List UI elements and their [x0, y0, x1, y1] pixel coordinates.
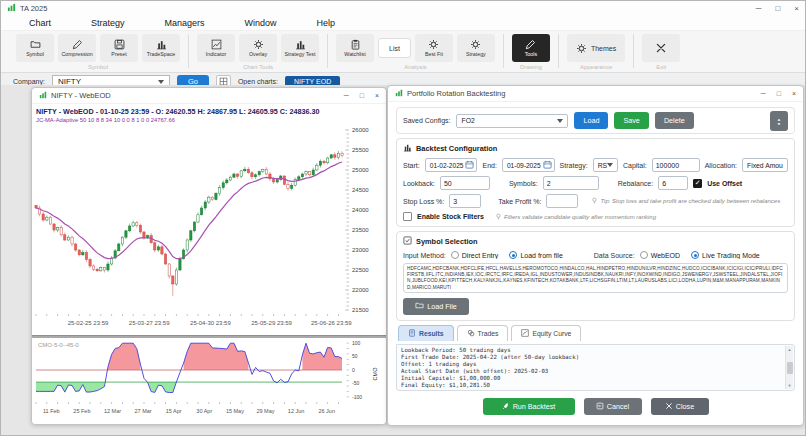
- toolbar-group-symbol: SymbolCompressionPresetTradeSpaceSymbol: [11, 34, 185, 70]
- lightbulb-icon: [591, 197, 598, 205]
- dialog-minimize-button[interactable]: ─: [761, 90, 766, 97]
- app-maximize-button[interactable]: □: [775, 4, 780, 13]
- tab-trades[interactable]: Trades: [457, 325, 509, 341]
- toolbar-button-symbol[interactable]: Symbol: [16, 34, 54, 62]
- end-label: End:: [482, 162, 496, 169]
- enable-stock-filters-checkbox[interactable]: [403, 212, 412, 221]
- svg-text:0: 0: [352, 367, 355, 373]
- toolbar-button-tradespace[interactable]: TradeSpace: [142, 34, 180, 62]
- tab-results[interactable]: Results: [398, 325, 454, 341]
- use-offset-checkbox[interactable]: [693, 179, 702, 188]
- rebalance-input[interactable]: [658, 176, 688, 190]
- toolbar-button-indicator[interactable]: Indicator: [197, 34, 235, 62]
- toolbar-button-compression[interactable]: Compression: [58, 34, 96, 62]
- input-method-radio-direct-entry[interactable]: [451, 251, 459, 259]
- toolbar-button-strategy-test[interactable]: Strategy Test: [281, 34, 319, 62]
- toolbar-button-label: Themes: [591, 45, 616, 52]
- run-backtest-button[interactable]: Run Backtest: [483, 398, 575, 415]
- filters-note: Filters validate candidate quality after…: [495, 213, 656, 221]
- dialog-title: Portfolio Rotation Backtesting: [407, 89, 505, 98]
- strategy-select[interactable]: RSI Oversold: [593, 158, 618, 172]
- menu-item-managers[interactable]: Managers: [165, 18, 227, 28]
- toolbar-button-label: Tools: [525, 51, 537, 57]
- start-date-input[interactable]: 01-02-2025: [425, 158, 478, 172]
- load-config-button[interactable]: Load: [574, 112, 608, 129]
- toolbar-button-label: Overlay: [249, 51, 267, 57]
- tab-equity-curve[interactable]: Equity Curve: [511, 325, 581, 341]
- gear-icon: [253, 39, 264, 50]
- menu-item-window[interactable]: Window: [245, 18, 299, 28]
- capital-label: Capital:: [623, 162, 647, 169]
- close-button[interactable]: Close: [651, 398, 709, 415]
- toolbar-group-drawing: ToolsDrawing: [507, 34, 555, 70]
- dialog-maximize-button[interactable]: □: [777, 90, 781, 97]
- svg-text:25-03-27 23:59: 25-03-27 23:59: [129, 320, 170, 326]
- cancel-button[interactable]: Cancel: [584, 398, 642, 415]
- data-source-radio-webeod[interactable]: [640, 251, 648, 259]
- scrollbar-thumb[interactable]: [787, 362, 793, 374]
- toolbar-button-tools[interactable]: Tools: [512, 34, 550, 62]
- chart-minimize-button[interactable]: ─: [344, 92, 349, 99]
- chart-maximize-button[interactable]: □: [360, 92, 364, 99]
- toolbar-button-label: Watchlist: [344, 51, 365, 57]
- scroll-down-icon[interactable]: ▼: [788, 383, 792, 388]
- delete-config-button[interactable]: Delete: [655, 112, 694, 129]
- symbols-input[interactable]: [543, 176, 599, 190]
- toolbar-button-watchlist[interactable]: Watchlist: [336, 34, 374, 62]
- svg-text:100: 100: [352, 340, 361, 346]
- results-scrollbar[interactable]: ▲ ▼: [785, 346, 793, 389]
- toolbar-button-strategy[interactable]: Strategy: [457, 34, 495, 62]
- svg-text:25500: 25500: [352, 147, 369, 153]
- end-date-input[interactable]: 01-09-2025: [502, 158, 555, 172]
- lookback-input[interactable]: [440, 176, 490, 190]
- gear-icon: [576, 43, 587, 54]
- clipboard-icon: [350, 39, 361, 50]
- chart-header: NIFTY - WebEOD - 01-10-25 23:59 - O: 246…: [32, 104, 386, 126]
- svg-text:25-02-25 23:59: 25-02-25 23:59: [68, 320, 109, 326]
- collapse-panel-button[interactable]: [770, 111, 788, 131]
- data-source-radio-live-trading-mode[interactable]: [691, 251, 699, 259]
- tab-label: Trades: [478, 330, 499, 337]
- toolbar-button-list[interactable]: List: [378, 38, 411, 58]
- equity-curve-icon: [521, 329, 529, 338]
- toolbar-button-overlay[interactable]: Overlay: [239, 34, 277, 62]
- input-method-radio-load-from-file[interactable]: [509, 251, 517, 259]
- scroll-up-icon[interactable]: ▲: [788, 347, 792, 352]
- svg-text:12 Jun: 12 Jun: [288, 408, 305, 414]
- load-file-button[interactable]: Load File: [403, 298, 469, 315]
- toolbar-group-exit: Exit: [637, 34, 685, 70]
- svg-text:11 Feb: 11 Feb: [43, 408, 60, 414]
- toolbar-button-exit[interactable]: [642, 34, 680, 62]
- svg-text:27 Mar: 27 Mar: [135, 408, 152, 414]
- toolbar-group-buttons: Tools: [512, 34, 550, 62]
- candlestick-chart[interactable]: 2600025500250002450024000235002300022500…: [32, 126, 384, 331]
- dialog-close-button[interactable]: ×: [792, 90, 796, 97]
- allocation-select[interactable]: Fixed Amou: [742, 158, 788, 172]
- symbols-label: Symbols:: [509, 180, 538, 187]
- gear-icon: [428, 39, 439, 50]
- take-profit-input[interactable]: [546, 194, 578, 208]
- menu-item-chart[interactable]: Chart: [29, 18, 73, 28]
- chevron-down-icon: [607, 163, 613, 167]
- save-config-button[interactable]: Save: [614, 112, 648, 129]
- app-close-button[interactable]: ×: [794, 4, 799, 13]
- toolbar-button-best-fit[interactable]: Best Fit: [415, 34, 453, 62]
- input-method-label: Input Method:: [403, 252, 446, 259]
- toolbar-group-label: Appearance: [580, 64, 612, 70]
- chart-close-button[interactable]: ×: [375, 92, 379, 99]
- document-icon: [408, 329, 416, 338]
- capital-input[interactable]: [652, 158, 700, 172]
- toolbar-button-themes[interactable]: Themes: [567, 34, 625, 62]
- saved-configs-select[interactable]: FO2: [456, 114, 568, 128]
- menu-item-strategy[interactable]: Strategy: [91, 18, 147, 28]
- app-minimize-button[interactable]: ─: [756, 4, 762, 13]
- menu-item-help[interactable]: Help: [317, 18, 358, 28]
- stop-loss-input[interactable]: [449, 194, 481, 208]
- symbols-textarea[interactable]: HDFCAMC,HDFCBANK,HDFCLIFE,HFCL,HAVELLS,H…: [403, 263, 788, 293]
- chart-window: NIFTY - WebEOD ─ □ × NIFTY - WebEOD - 01…: [31, 87, 387, 425]
- toolbar-button-preset[interactable]: Preset: [100, 34, 138, 62]
- cmo-indicator-chart[interactable]: CMO-5-0--45-0100500-50-100CMO11 Feb25 Fe…: [32, 338, 384, 425]
- toolbar-button-label: Symbol: [26, 51, 44, 57]
- toolbar: SymbolCompressionPresetTradeSpaceSymbolI…: [1, 31, 805, 73]
- toolbar-button-label: TradeSpace: [147, 51, 176, 57]
